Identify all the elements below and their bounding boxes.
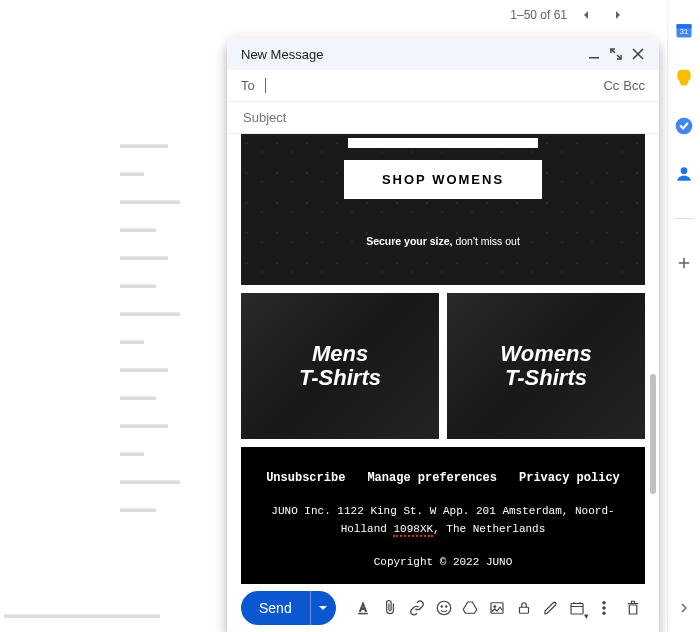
- add-icon[interactable]: [674, 253, 694, 273]
- to-row[interactable]: To Cc Bcc: [227, 70, 659, 102]
- formatting-icon[interactable]: [351, 595, 376, 621]
- svg-rect-12: [571, 604, 583, 615]
- svg-rect-11: [519, 607, 528, 613]
- attach-icon[interactable]: [378, 595, 403, 621]
- svg-rect-5: [589, 57, 599, 59]
- svg-point-7: [440, 606, 442, 608]
- womens-tshirts-tile[interactable]: WomensT-Shirts: [447, 293, 645, 439]
- svg-point-8: [445, 606, 447, 608]
- next-page-button[interactable]: [605, 2, 631, 28]
- footer-copyright: Copyright © 2022 JUNO: [251, 556, 635, 568]
- svg-point-4: [681, 167, 688, 174]
- to-label: To: [241, 78, 255, 93]
- cc-button[interactable]: Cc: [603, 78, 619, 93]
- privacy-policy-link[interactable]: Privacy policy: [519, 471, 620, 485]
- email-content: SHOP WOMENS Secure your size, don't miss…: [241, 134, 645, 584]
- drive-icon[interactable]: [458, 595, 483, 621]
- manage-preferences-link[interactable]: Manage preferences: [367, 471, 497, 485]
- inbox-list-obscured: ▬▬▬▬▬▬▬▬▬▬▬▬▬▬▬▬▬▬ ▬▬▬▬▬▬▬▬▬▬▬▬▬▬▬▬▬ ▬▬▬…: [120, 130, 230, 522]
- svg-point-6: [437, 601, 451, 615]
- calendar-icon[interactable]: 31: [674, 20, 694, 40]
- side-panel: 31: [668, 0, 700, 632]
- confidential-icon[interactable]: [511, 595, 536, 621]
- contacts-icon[interactable]: [674, 164, 694, 184]
- email-footer: Unsubscribe Manage preferences Privacy p…: [241, 447, 645, 584]
- footer-address: JUNO Inc. 1122 King St. W App. 201 Amste…: [251, 503, 635, 538]
- shop-button-partial[interactable]: [348, 138, 538, 148]
- send-options-button[interactable]: [310, 591, 336, 625]
- tasks-icon[interactable]: [674, 116, 694, 136]
- to-input[interactable]: [266, 77, 600, 94]
- compose-header[interactable]: New Message: [227, 38, 659, 70]
- collapse-panel-icon[interactable]: [674, 598, 694, 618]
- compose-toolbar: Send ▾: [227, 584, 659, 632]
- footer-links: Unsubscribe Manage preferences Privacy p…: [251, 471, 635, 485]
- send-button-group: Send: [241, 591, 336, 625]
- svg-text:31: 31: [680, 27, 688, 36]
- pagination: 1–50 of 61: [510, 2, 631, 28]
- svg-point-10: [494, 605, 496, 607]
- category-tiles: MensT-Shirts WomensT-Shirts: [241, 293, 645, 439]
- hero-banner: SHOP WOMENS Secure your size, don't miss…: [241, 134, 645, 285]
- signature-icon[interactable]: [538, 595, 563, 621]
- compose-title: New Message: [241, 47, 583, 62]
- more-options-icon[interactable]: [592, 595, 617, 621]
- subject-input[interactable]: [241, 109, 645, 126]
- unsubscribe-link[interactable]: Unsubscribe: [266, 471, 345, 485]
- send-button[interactable]: Send: [241, 591, 310, 625]
- schedule-icon[interactable]: ▾: [565, 595, 590, 621]
- close-icon[interactable]: [627, 43, 649, 65]
- scrollbar-thumb[interactable]: [650, 374, 656, 494]
- svg-point-13: [603, 601, 606, 604]
- secure-text: Secure your size, don't miss out: [241, 235, 645, 247]
- pagination-range: 1–50 of 61: [510, 8, 567, 22]
- svg-point-14: [603, 607, 606, 610]
- minimize-icon[interactable]: [583, 43, 605, 65]
- subject-row[interactable]: [227, 102, 659, 134]
- prev-page-button[interactable]: [573, 2, 599, 28]
- side-panel-separator: [674, 218, 694, 219]
- svg-point-15: [603, 612, 606, 615]
- mens-tshirts-tile[interactable]: MensT-Shirts: [241, 293, 439, 439]
- fullscreen-icon[interactable]: [605, 43, 627, 65]
- image-icon[interactable]: [485, 595, 510, 621]
- shop-womens-button[interactable]: SHOP WOMENS: [344, 160, 542, 199]
- link-icon[interactable]: [405, 595, 430, 621]
- keep-icon[interactable]: [674, 68, 694, 88]
- footer-obscured: ▬▬▬▬▬▬▬▬▬▬▬▬▬: [0, 604, 200, 624]
- emoji-icon[interactable]: [431, 595, 456, 621]
- compose-body[interactable]: SHOP WOMENS Secure your size, don't miss…: [227, 134, 659, 584]
- compose-window: New Message To Cc Bcc SHOP WOMENS Secure…: [227, 38, 659, 632]
- bcc-button[interactable]: Bcc: [623, 78, 645, 93]
- discard-icon[interactable]: [620, 595, 645, 621]
